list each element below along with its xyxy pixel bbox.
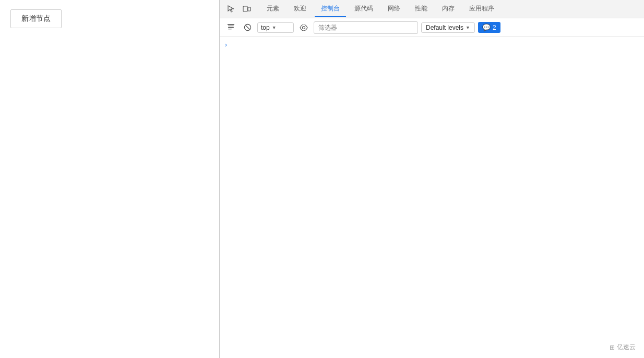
- tab-console[interactable]: 控制台: [315, 1, 346, 17]
- tab-sources[interactable]: 源代码: [348, 1, 379, 17]
- tab-bar: 元素 欢迎 控制台 源代码 网络 性能 内存 应用程序: [220, 0, 644, 18]
- tab-icon-group: [224, 2, 254, 16]
- svg-rect-3: [228, 27, 234, 28]
- devtools-panel: 元素 欢迎 控制台 源代码 网络 性能 内存 应用程序: [219, 0, 644, 358]
- message-bubble-icon: 💬: [482, 23, 491, 31]
- svg-rect-1: [248, 7, 251, 11]
- levels-dropdown-arrow: ▼: [466, 25, 470, 30]
- live-expression-icon[interactable]: [297, 21, 311, 34]
- console-toolbar: top ▼ Default levels ▼ 💬 2: [220, 18, 644, 37]
- tab-elements[interactable]: 欢迎: [288, 1, 313, 17]
- left-panel: 新增节点: [0, 0, 219, 358]
- context-selector[interactable]: top ▼: [257, 22, 294, 33]
- console-prompt-icon[interactable]: ›: [225, 41, 227, 49]
- tab-welcome[interactable]: 元素: [260, 1, 285, 17]
- svg-rect-0: [243, 6, 247, 11]
- watermark-logo-icon: ⊞: [610, 344, 615, 351]
- context-dropdown-arrow: ▼: [272, 25, 277, 30]
- add-node-button[interactable]: 新增节点: [10, 9, 62, 28]
- context-value: top: [261, 24, 270, 31]
- watermark-text: 亿速云: [617, 343, 636, 352]
- svg-rect-5: [228, 24, 234, 25]
- clear-console-icon[interactable]: [224, 21, 237, 34]
- tab-memory[interactable]: 内存: [436, 1, 461, 17]
- svg-rect-2: [228, 26, 234, 26]
- svg-rect-4: [228, 29, 232, 29]
- console-area: › ⊞ 亿速云: [220, 37, 644, 358]
- device-toolbar-icon[interactable]: [240, 2, 254, 16]
- filter-input[interactable]: [314, 21, 418, 34]
- message-count-button[interactable]: 💬 2: [478, 22, 500, 33]
- block-icon[interactable]: [241, 21, 254, 34]
- tab-performance[interactable]: 性能: [409, 1, 434, 17]
- levels-label: Default levels: [426, 24, 463, 31]
- tab-network[interactable]: 网络: [381, 1, 407, 17]
- levels-selector[interactable]: Default levels ▼: [421, 22, 475, 33]
- tab-application[interactable]: 应用程序: [463, 1, 500, 17]
- inspect-element-icon[interactable]: [224, 2, 238, 16]
- message-count-value: 2: [493, 24, 496, 31]
- svg-line-7: [245, 25, 250, 30]
- svg-point-8: [303, 26, 305, 29]
- watermark: ⊞ 亿速云: [610, 343, 636, 352]
